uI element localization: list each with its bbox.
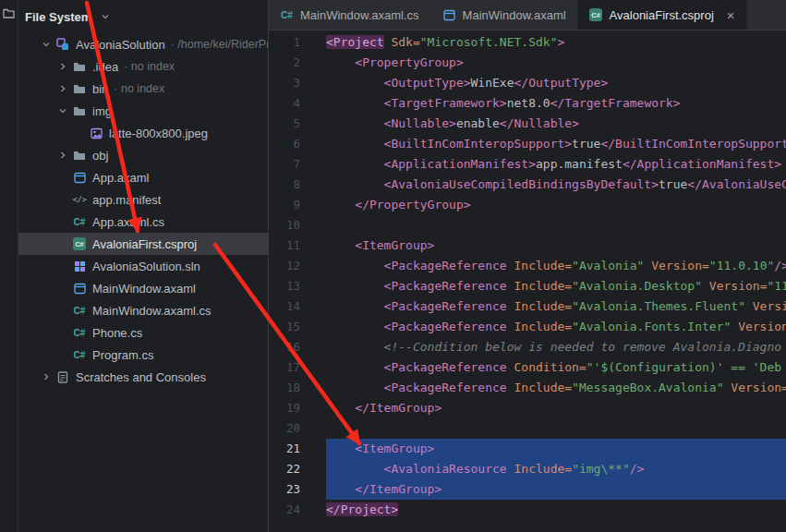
- chevron-right-icon[interactable]: [55, 81, 70, 96]
- line-number[interactable]: 10: [269, 215, 300, 236]
- line-number[interactable]: 4: [269, 93, 300, 114]
- line-number[interactable]: 12: [269, 256, 300, 276]
- code-line-24[interactable]: 24</Project>: [269, 500, 786, 520]
- code-editor[interactable]: 1<Project Sdk="Microsoft.NET.Sdk">2 <Pro…: [269, 30, 786, 532]
- code-line-20[interactable]: 20: [269, 418, 786, 439]
- tree-item-latte-800x800-jpeg[interactable]: latte-800x800.jpeg: [18, 122, 268, 144]
- tree-item-avaloniafirst-csproj[interactable]: C#AvaloniaFirst.csproj: [18, 233, 268, 255]
- code-line-11[interactable]: 11 <ItemGroup>: [269, 236, 786, 256]
- line-number[interactable]: 2: [269, 53, 300, 73]
- code-line-22[interactable]: 22 <AvaloniaResource Include="img\**"/>: [269, 459, 786, 479]
- line-number[interactable]: 20: [269, 418, 300, 439]
- chevron-right-icon[interactable]: [55, 59, 70, 74]
- tree-item-app-manifest[interactable]: </>app.manifest: [18, 188, 268, 211]
- code-line-18[interactable]: 18 <PackageReference Include="MessageBox…: [269, 378, 786, 398]
- tree-item-avaloniasolution-sln[interactable]: AvaloniaSolution.sln: [18, 255, 268, 277]
- tree-item-img[interactable]: img: [18, 100, 268, 122]
- close-tab-icon[interactable]: ×: [727, 8, 735, 22]
- tree-item-avaloniasolution[interactable]: AvaloniaSolution· /home/kei/RiderPr: [18, 33, 268, 55]
- panel-title: File System: [25, 10, 91, 24]
- tab-avaloniafirst-csproj[interactable]: C#AvaloniaFirst.csproj×: [578, 0, 747, 30]
- tree-item-program-cs[interactable]: C#Program.cs: [18, 344, 268, 366]
- code-line-8[interactable]: 8 <AvaloniaUseCompiledBindingsByDefault>…: [269, 175, 786, 195]
- tree-item-obj[interactable]: obj: [18, 144, 268, 166]
- line-number[interactable]: 18: [269, 378, 300, 398]
- tree-item-mainwindow-axaml-cs[interactable]: C#MainWindow.axaml.cs: [18, 299, 268, 321]
- code-line-3[interactable]: 3 <OutputType>WinExe</OutputType>: [269, 73, 786, 93]
- tree-item-bin[interactable]: bin· no index: [18, 78, 268, 100]
- code-line-13[interactable]: 13 <PackageReference Include="Avalonia.D…: [269, 276, 786, 296]
- code-line-1[interactable]: 1<Project Sdk="Microsoft.NET.Sdk">: [269, 32, 786, 53]
- chevron-spacer: [55, 214, 70, 229]
- line-number[interactable]: 16: [269, 337, 300, 357]
- code-line-9[interactable]: 9 </PropertyGroup>: [269, 195, 786, 215]
- line-number[interactable]: 5: [269, 114, 300, 134]
- code-line-21[interactable]: 21 <ItemGroup>: [269, 439, 786, 459]
- tree-item-phone-cs[interactable]: C#Phone.cs: [18, 321, 268, 344]
- code-token: </OutputType>: [514, 76, 609, 90]
- chevron-right-icon[interactable]: [55, 148, 70, 163]
- code-line-6[interactable]: 6 <BuiltInComInteropSupport>true</BuiltI…: [269, 134, 786, 154]
- code-token: </Nullable>: [500, 116, 579, 130]
- csharp-icon: C#: [70, 325, 89, 340]
- chevron-right-icon[interactable]: [39, 369, 54, 384]
- line-number[interactable]: 9: [269, 195, 300, 215]
- line-number[interactable]: 11: [269, 236, 300, 256]
- line-number[interactable]: 19: [269, 398, 300, 418]
- code-line-5[interactable]: 5 <Nullable>enable</Nullable>: [269, 114, 786, 134]
- tree-item-app-axaml[interactable]: App.axaml: [18, 166, 268, 188]
- csharp-icon: C#: [70, 347, 89, 362]
- code-line-2[interactable]: 2 <PropertyGroup>: [269, 53, 786, 73]
- line-number[interactable]: 13: [269, 276, 300, 296]
- code-line-16[interactable]: 16 <!--Condition below is needed to remo…: [269, 337, 786, 357]
- chevron-down-icon[interactable]: [55, 103, 70, 118]
- tab-mainwindow-axaml[interactable]: MainWindow.axaml: [431, 0, 578, 30]
- tree-item-idea[interactable]: .idea· no index: [18, 55, 268, 78]
- code-line-4[interactable]: 4 <TargetFramework>net8.0</TargetFramewo…: [269, 93, 786, 114]
- folder-icon: [70, 81, 89, 96]
- line-number[interactable]: 24: [269, 500, 300, 520]
- tree-item-app-axaml-cs[interactable]: C#App.axaml.cs: [18, 211, 268, 233]
- line-number[interactable]: 23: [269, 479, 300, 500]
- line-number[interactable]: 6: [269, 134, 300, 154]
- image-icon: [87, 126, 105, 140]
- code-token: <PackageReference: [326, 360, 507, 374]
- line-text: </ItemGroup>: [326, 398, 786, 418]
- line-number[interactable]: 21: [269, 439, 300, 459]
- chevron-down-icon: [98, 9, 113, 24]
- tree-item-mainwindow-axaml[interactable]: MainWindow.axaml: [18, 277, 268, 299]
- line-number[interactable]: 3: [269, 73, 300, 93]
- line-number[interactable]: 15: [269, 317, 300, 337]
- code-token: <ApplicationManifest>: [326, 157, 536, 171]
- tree-item-secondary: · /home/kei/RiderPr: [171, 38, 268, 51]
- tree-item-scratches-and-consoles[interactable]: Scratches and Consoles: [18, 366, 268, 388]
- code-token: />: [630, 462, 645, 476]
- code-line-19[interactable]: 19 </ItemGroup>: [269, 398, 786, 418]
- line-number[interactable]: 1: [269, 32, 300, 53]
- code-token: Include=: [507, 462, 572, 476]
- code-line-12[interactable]: 12 <PackageReference Include="Avalonia" …: [269, 256, 786, 276]
- tree-item-label: MainWindow.axaml: [92, 282, 196, 296]
- code-token: <ItemGroup>: [326, 441, 434, 455]
- code-line-15[interactable]: 15 <PackageReference Include="Avalonia.F…: [269, 317, 786, 337]
- project-tool-window-icon[interactable]: [2, 6, 17, 20]
- line-number[interactable]: 14: [269, 296, 300, 317]
- line-number[interactable]: 7: [269, 154, 300, 175]
- code-line-7[interactable]: 7 <ApplicationManifest>app.manifest</App…: [269, 154, 786, 175]
- code-line-23[interactable]: 23 </ItemGroup>: [269, 479, 786, 500]
- code-token: Include=: [507, 320, 572, 333]
- line-number[interactable]: 17: [269, 357, 300, 378]
- line-number[interactable]: 22: [269, 459, 300, 479]
- chevron-down-icon[interactable]: [39, 37, 54, 52]
- code-line-17[interactable]: 17 <PackageReference Condition="'$(Confi…: [269, 357, 786, 378]
- tab-mainwindow-axaml-cs[interactable]: C#MainWindow.axaml.cs: [269, 0, 431, 30]
- line-text: </PropertyGroup>: [326, 195, 786, 215]
- file-system-header[interactable]: File System: [18, 0, 268, 33]
- line-text: <OutputType>WinExe</OutputType>: [326, 73, 786, 93]
- code-token: </PropertyGroup>: [326, 198, 471, 212]
- code-line-10[interactable]: 10: [269, 215, 786, 236]
- tree-item-label: MainWindow.axaml.cs: [92, 304, 212, 318]
- line-number[interactable]: 8: [269, 175, 300, 195]
- code-line-14[interactable]: 14 <PackageReference Include="Avalonia.T…: [269, 296, 786, 317]
- line-text: <!--Condition below is needed to remove …: [326, 337, 786, 357]
